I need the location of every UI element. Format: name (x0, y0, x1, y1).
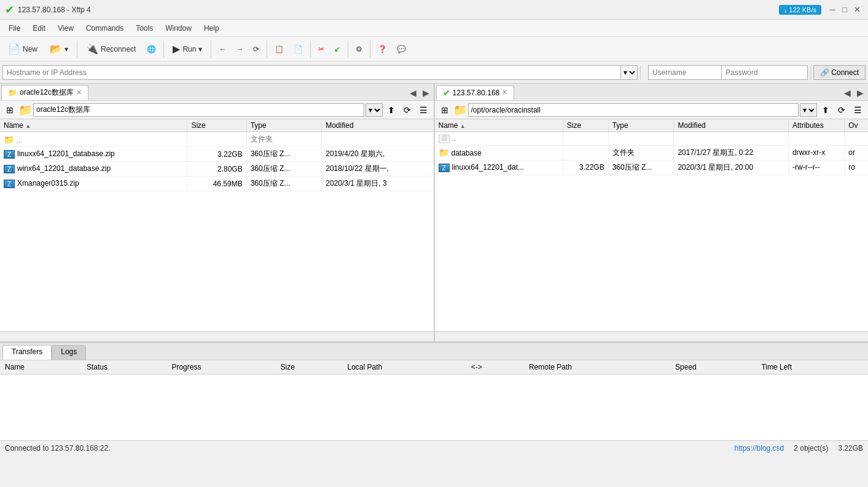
settings-button[interactable]: ⚙ (351, 42, 367, 56)
toolbar-sep-3 (211, 41, 211, 58)
right-up-button[interactable]: ⬆ (818, 103, 833, 117)
maximize-button[interactable]: □ (839, 4, 851, 16)
right-nav-prev[interactable]: ◀ (841, 87, 854, 99)
right-view-button[interactable]: ☰ (850, 103, 866, 117)
transfer-col-localpath[interactable]: Local Path (343, 360, 466, 374)
browse-icon: 🌐 (147, 45, 156, 53)
menu-tools[interactable]: Tools (130, 22, 159, 35)
speed-badge: ↓ 122 KB/s (779, 5, 821, 15)
refresh-button[interactable]: ⟳ (249, 42, 264, 56)
left-col-name[interactable]: Name ▲ (0, 119, 187, 132)
right-col-modified[interactable]: Modified (674, 119, 789, 132)
transfers-tab[interactable]: Transfers (2, 345, 52, 360)
right-col-attrs[interactable]: Attributes (789, 119, 845, 132)
transfer-col-remotepath[interactable]: Remote Path (524, 360, 670, 374)
hostname-dropdown[interactable]: ▾ (621, 65, 638, 80)
reconnect-button[interactable]: 🔌 Reconnect (80, 41, 141, 57)
transfer-col-speed[interactable]: Speed (670, 360, 756, 374)
password-input[interactable] (722, 65, 808, 80)
username-input[interactable] (648, 65, 722, 80)
transfer-col-name[interactable]: Name (0, 360, 82, 374)
menu-edit[interactable]: Edit (26, 22, 52, 35)
help-button[interactable]: ❓ (373, 42, 391, 56)
delete-button[interactable]: ✂ (314, 42, 329, 56)
right-row-up[interactable]: ⬜.. (435, 132, 869, 146)
right-nav-next[interactable]: ▶ (854, 87, 867, 99)
status-url: https://blog.csd (735, 444, 784, 453)
left-row-1[interactable]: Zwinx64_12201_database.zip 2.80GB 360压缩 … (0, 162, 434, 176)
minimize-button[interactable]: ─ (826, 4, 839, 16)
status-info: https://blog.csd 2 object(s) 3.22GB (735, 444, 863, 453)
hostname-input[interactable] (2, 65, 621, 80)
right-file-list[interactable]: Name ▲ Size Type Modified Attributes Ov … (435, 119, 869, 331)
right-refresh-button[interactable]: ⟳ (834, 103, 849, 117)
chat-button[interactable]: 💬 (393, 42, 410, 56)
right-view-toggle[interactable]: ⊞ (437, 103, 452, 117)
left-nav-prev[interactable]: ◀ (407, 87, 420, 99)
run-button[interactable]: ▶ Run ▾ (167, 41, 208, 57)
back-button[interactable]: ← (214, 42, 230, 56)
left-file-list[interactable]: Name ▲ Size Type Modified 📁.. 文件夹 (0, 119, 434, 331)
right-panel-nav: ◀ ▶ (841, 87, 867, 99)
transfer-col-arrow[interactable]: <-> (466, 360, 524, 374)
left-path-dropdown[interactable]: ▾ (366, 103, 383, 117)
up-folder-icon: 📁 (4, 135, 14, 145)
right-hscroll[interactable] (435, 331, 869, 341)
copy-button[interactable]: 📋 (270, 42, 288, 56)
menu-window[interactable]: Window (159, 22, 198, 35)
right-panel: ✔ 123.57.80.168 ✕ ◀ ▶ ⊞ 📁 ▾ ⬆ ⟳ ☰ (435, 84, 869, 341)
right-tab[interactable]: ✔ 123.57.80.168 ✕ (436, 85, 515, 100)
right-path-dropdown[interactable]: ▾ (800, 103, 817, 117)
toolbar: 📄 New 📂 ▾ 🔌 Reconnect 🌐 ▶ Run ▾ ← → ⟳ 📋 … (0, 37, 868, 61)
new-button[interactable]: 📄 New (2, 41, 43, 57)
transfer-col-size[interactable]: Size (276, 360, 343, 374)
bottom-panel: Transfers Logs Name Status Progress Size… (0, 342, 868, 440)
logs-tab[interactable]: Logs (52, 345, 86, 360)
left-path-input[interactable] (33, 103, 364, 117)
transfer-col-status[interactable]: Status (82, 360, 166, 374)
addressbar: ▾ 🔗 Connect (0, 61, 868, 84)
transfer-col-progress[interactable]: Progress (166, 360, 275, 374)
left-view-button[interactable]: ☰ (416, 103, 431, 117)
menu-view[interactable]: View (52, 22, 80, 35)
menu-file[interactable]: File (2, 22, 26, 35)
left-row-2[interactable]: ZXmanager0315.zip 46.59MB 360压缩 Z... 202… (0, 176, 434, 191)
left-file-table: Name ▲ Size Type Modified 📁.. 文件夹 (0, 119, 434, 191)
open-button[interactable]: 📂 ▾ (44, 41, 74, 57)
left-col-modified[interactable]: Modified (322, 119, 434, 132)
left-folder-path-icon: 📁 (18, 103, 32, 117)
close-button[interactable]: ✕ (851, 4, 863, 16)
connect-button[interactable]: 🔗 Connect (813, 65, 866, 80)
left-refresh-button[interactable]: ⟳ (400, 103, 415, 117)
bottom-tab-bar: Transfers Logs (0, 343, 868, 360)
right-col-size[interactable]: Size (563, 119, 608, 132)
status-size: 3.22GB (838, 444, 863, 453)
right-col-ov[interactable]: Ov (845, 119, 868, 132)
left-row-up[interactable]: 📁.. 文件夹 (0, 132, 434, 147)
right-path-input[interactable] (468, 103, 799, 117)
transfer-col-timeleft[interactable]: Time Left (756, 360, 868, 374)
open-dropdown-icon: ▾ (65, 45, 68, 53)
left-nav-next[interactable]: ▶ (420, 87, 432, 99)
left-col-size[interactable]: Size (187, 119, 246, 132)
left-up-button[interactable]: ⬆ (384, 103, 399, 117)
right-tab-close[interactable]: ✕ (502, 89, 507, 97)
left-tab[interactable]: 📁 oracle12c数据库 ✕ (1, 85, 88, 100)
right-tab-bar: ✔ 123.57.80.168 ✕ ◀ ▶ (435, 84, 869, 101)
left-row-0[interactable]: Zlinuxx64_12201_database.zip 3.22GB 360压… (0, 147, 434, 162)
forward-button[interactable]: → (232, 42, 248, 56)
menu-commands[interactable]: Commands (80, 22, 130, 35)
paste-button[interactable]: 📄 (289, 42, 307, 56)
left-hscroll[interactable] (0, 331, 434, 341)
right-col-name[interactable]: Name ▲ (435, 119, 563, 132)
browse-button[interactable]: 🌐 (143, 42, 160, 56)
left-tab-close[interactable]: ✕ (76, 89, 82, 97)
left-col-type[interactable]: Type (246, 119, 322, 132)
right-col-type[interactable]: Type (608, 119, 674, 132)
download-button[interactable]: ↙ (330, 42, 345, 56)
right-row-0[interactable]: 📁database 文件夹 2017/1/27 星期五, 0:22 drwxr-… (435, 145, 869, 160)
menu-help[interactable]: Help (198, 22, 225, 35)
right-row-1[interactable]: Zlinuxx64_12201_dat... 3.22GB 360压缩 Z...… (435, 160, 869, 175)
left-view-toggle[interactable]: ⊞ (2, 103, 17, 117)
right-connected-icon: ✔ (443, 88, 450, 98)
